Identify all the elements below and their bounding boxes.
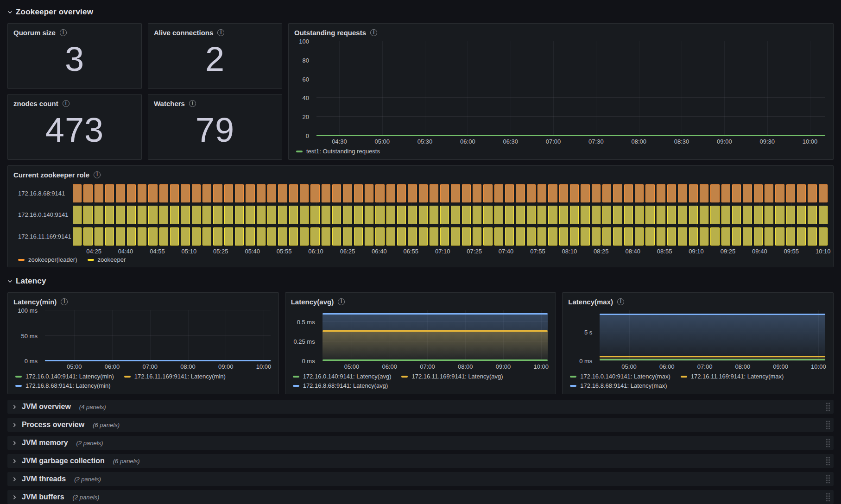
state-block[interactable] (375, 206, 384, 224)
state-block[interactable] (310, 184, 319, 202)
state-block[interactable] (657, 206, 665, 224)
state-block[interactable] (645, 227, 654, 246)
state-block[interactable] (559, 184, 568, 202)
state-block[interactable] (700, 227, 708, 246)
state-block[interactable] (819, 227, 828, 246)
state-block[interactable] (440, 184, 449, 202)
state-block[interactable] (419, 206, 428, 224)
state-block[interactable] (819, 206, 828, 224)
state-block[interactable] (322, 206, 330, 224)
state-block[interactable] (473, 227, 481, 246)
panel-title[interactable]: Latency(min) (13, 298, 57, 306)
info-icon[interactable]: i (61, 298, 68, 305)
latency-avg-chart[interactable]: 0 ms0.25 ms0.5 ms05:0006:0007:0008:0009:… (291, 310, 550, 370)
state-block[interactable] (721, 206, 730, 224)
state-block[interactable] (246, 206, 254, 224)
state-block[interactable] (592, 227, 601, 246)
state-block[interactable] (743, 184, 752, 202)
state-block[interactable] (657, 227, 665, 246)
info-icon[interactable]: i (60, 29, 67, 36)
state-block[interactable] (559, 206, 568, 224)
state-block[interactable] (700, 184, 708, 202)
state-block[interactable] (365, 184, 373, 202)
legend-item[interactable]: 172.16.0.140:9141: Latency(avg) (293, 373, 392, 380)
state-block[interactable] (354, 227, 363, 246)
legend-item[interactable]: 172.16.0.140:9141: Latency(max) (570, 373, 670, 380)
state-block[interactable] (505, 227, 514, 246)
state-block[interactable] (765, 206, 773, 224)
state-block[interactable] (332, 184, 341, 202)
state-block[interactable] (592, 206, 601, 224)
state-block[interactable] (192, 184, 201, 202)
state-block[interactable] (332, 206, 341, 224)
state-block[interactable] (473, 184, 481, 202)
state-block[interactable] (743, 227, 752, 246)
state-block[interactable] (732, 184, 741, 202)
info-icon[interactable]: i (338, 298, 345, 305)
state-block[interactable] (397, 227, 406, 246)
state-block[interactable] (451, 206, 460, 224)
state-block[interactable] (95, 227, 103, 246)
state-block[interactable] (689, 184, 698, 202)
state-block[interactable] (202, 206, 211, 224)
legend-item[interactable]: zookeeper(leader) (18, 256, 77, 263)
state-block[interactable] (775, 206, 784, 224)
state-block[interactable] (354, 206, 363, 224)
info-icon[interactable]: i (63, 100, 70, 107)
state-block[interactable] (386, 227, 395, 246)
state-block[interactable] (494, 184, 503, 202)
info-icon[interactable]: i (617, 298, 624, 305)
state-block[interactable] (754, 227, 763, 246)
state-block[interactable] (624, 227, 633, 246)
state-block[interactable] (300, 227, 309, 246)
state-block[interactable] (343, 184, 352, 202)
state-block[interactable] (83, 206, 92, 224)
state-block[interactable] (73, 184, 82, 202)
state-block[interactable] (300, 206, 309, 224)
state-block[interactable] (181, 227, 190, 246)
state-block[interactable] (343, 227, 352, 246)
legend-item[interactable]: 172.16.11.169:9141: Latency(avg) (401, 373, 503, 380)
state-block[interactable] (430, 184, 438, 202)
state-block[interactable] (235, 206, 244, 224)
state-block[interactable] (397, 206, 406, 224)
state-block[interactable] (419, 184, 428, 202)
state-block[interactable] (797, 184, 806, 202)
state-block[interactable] (354, 184, 363, 202)
legend-item[interactable]: 172.16.8.68:9141: Latency(min) (15, 382, 111, 389)
state-block[interactable] (602, 206, 611, 224)
state-block[interactable] (775, 227, 784, 246)
state-block[interactable] (95, 206, 103, 224)
latency-max-chart[interactable]: 0 ms5 s05:0006:0007:0008:0009:0010:00 (568, 310, 828, 370)
state-block[interactable] (613, 227, 622, 246)
state-block[interactable] (516, 227, 525, 246)
state-block[interactable] (602, 184, 611, 202)
legend-item[interactable]: zookeeper (88, 256, 126, 263)
state-block[interactable] (732, 227, 741, 246)
info-icon[interactable]: i (370, 29, 377, 36)
state-block[interactable] (408, 227, 417, 246)
state-block[interactable] (202, 184, 211, 202)
state-block[interactable] (430, 206, 438, 224)
state-block[interactable] (505, 206, 514, 224)
outstanding-requests-chart[interactable]: 02040608010004:3005:0005:3006:0006:3007:… (294, 41, 828, 145)
drag-handle-icon[interactable] (826, 493, 830, 502)
state-block[interactable] (127, 227, 136, 246)
panel-title[interactable]: Latency(max) (568, 298, 613, 306)
legend-item[interactable]: 172.16.8.68:9141: Latency(max) (570, 382, 667, 389)
state-block[interactable] (624, 206, 633, 224)
state-block[interactable] (462, 184, 471, 202)
state-block[interactable] (105, 184, 114, 202)
state-block[interactable] (170, 184, 179, 202)
state-block[interactable] (375, 184, 384, 202)
state-block[interactable] (527, 206, 536, 224)
state-block[interactable] (559, 227, 568, 246)
state-block[interactable] (386, 184, 395, 202)
state-block[interactable] (657, 184, 665, 202)
state-block[interactable] (267, 206, 276, 224)
state-block[interactable] (148, 206, 157, 224)
state-block[interactable] (548, 184, 557, 202)
legend-item[interactable]: test1: Outstanding requests (296, 148, 380, 155)
state-block[interactable] (462, 206, 471, 224)
state-block[interactable] (300, 184, 309, 202)
